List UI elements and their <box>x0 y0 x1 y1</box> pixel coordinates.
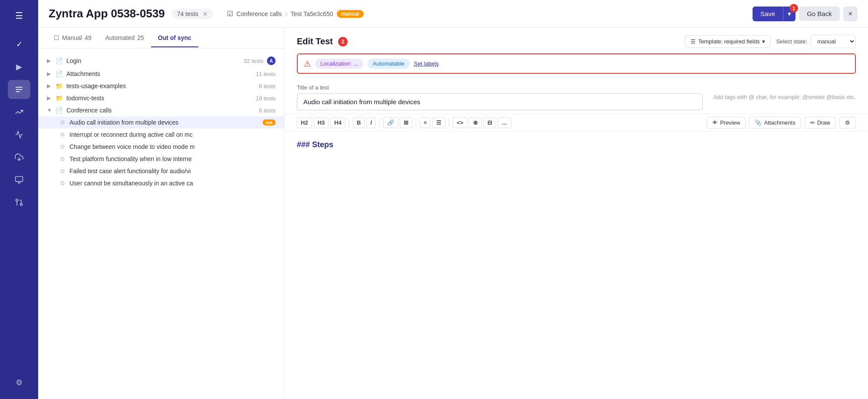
test-count-label: 74 tests <box>177 10 198 17</box>
tag-automatable[interactable]: Automatable <box>368 59 410 69</box>
attachments-label: Attachments <box>764 119 795 126</box>
child-circle-failed <box>61 169 64 173</box>
draw-icon: ✏ <box>810 119 815 126</box>
sidebar-nav: ✓ ▶ <box>8 35 30 373</box>
state-select[interactable]: manual automated <box>811 35 856 48</box>
toolbar-link[interactable]: 🔗 <box>383 117 398 128</box>
svg-point-8 <box>16 199 18 201</box>
top-header: Zyntra App 0538-0539 74 tests ✕ ☑ Confer… <box>38 0 868 28</box>
edit-notification-dot: 2 <box>338 37 348 46</box>
close-button[interactable]: × <box>843 7 858 21</box>
sidebar-item-list[interactable] <box>8 80 30 99</box>
tree-label-conference: Conference calls <box>66 107 256 114</box>
sidebar-item-import[interactable] <box>8 148 30 167</box>
tree-label-attachments: Attachments <box>66 70 253 77</box>
toolbar-add-step[interactable]: ⊕ <box>469 117 482 128</box>
close-badge-btn[interactable]: ✕ <box>203 10 208 17</box>
preview-button[interactable]: 👁 Preview <box>707 117 746 129</box>
tags-hint: Add tags with @ char, for example: @smok… <box>713 94 856 100</box>
tab-bar: ☐ Manual 49 Automated 25 Out of sync <box>38 28 284 49</box>
sidebar-item-trend[interactable] <box>8 102 30 122</box>
tags-error-box: ⚠ Localization: ... Automatable Set labe… <box>297 53 856 74</box>
list-item-user-cannot[interactable]: User cannot be simultaneously in an acti… <box>38 177 284 189</box>
toolbar-sep-1 <box>349 119 349 127</box>
sidebar: ☰ ✓ ▶ <box>0 0 38 399</box>
menu-icon[interactable]: ☰ <box>12 7 26 24</box>
toolbar-h4[interactable]: H4 <box>330 117 345 128</box>
toolbar-italic[interactable]: I <box>366 117 376 128</box>
tree-label-login: Login <box>66 57 241 64</box>
content-split: ☐ Manual 49 Automated 25 Out of sync ▶ 📄 <box>38 28 868 399</box>
title-field-wrapper: Title of a test <box>297 84 703 110</box>
sidebar-item-chart[interactable] <box>8 170 30 189</box>
tree-node-attachments[interactable]: ▶ 📄 Attachments 11 tests <box>38 68 284 80</box>
left-panel: ☐ Manual 49 Automated 25 Out of sync ▶ 📄 <box>38 28 285 399</box>
tab-manual[interactable]: ☐ Manual 49 <box>47 29 99 47</box>
tree-arrow-login: ▶ <box>47 58 52 64</box>
save-notification-dot: 1 <box>789 4 798 13</box>
toolbar-ordered-list[interactable]: ≡ <box>420 117 431 128</box>
list-item-interrupt[interactable]: Interrupt or reconnect during active cal… <box>38 129 284 141</box>
toolbar-bold[interactable]: B <box>353 117 365 128</box>
list-item-platform[interactable]: Test platform functionality when in low … <box>38 153 284 165</box>
tree-node-conference[interactable]: ▼ 📄 Conference calls 6 tests <box>38 104 284 116</box>
go-back-button[interactable]: Go Back <box>799 7 840 21</box>
list-item-failed[interactable]: Failed test case alert functionality for… <box>38 165 284 177</box>
child-circle-interrupt <box>61 133 64 136</box>
tab-automated-count: 25 <box>137 34 144 41</box>
toolbar-h2[interactable]: H2 <box>297 117 312 128</box>
svg-rect-4 <box>16 177 23 182</box>
tree-arrow-attachments: ▶ <box>47 71 52 77</box>
editor-steps-text: ### Steps <box>297 140 856 149</box>
right-panel: Edit Test 2 ☰ Template: required fields … <box>285 28 868 399</box>
editor-toolbar: H2 H3 H4 B I 🔗 ⊞ ≡ ☰ <> ⊕ ⊟ … 👁 <box>285 114 868 132</box>
manual-tag-audio: ma <box>263 119 276 125</box>
toolbar-remove-step[interactable]: ⊟ <box>483 117 496 128</box>
tree-label-audio: Audio call initiation from multiple devi… <box>69 119 260 126</box>
breadcrumb-suite[interactable]: Conference calls <box>237 10 282 17</box>
edit-panel-title: Edit Test <box>297 36 333 46</box>
title-input[interactable] <box>297 93 703 110</box>
set-labels-link[interactable]: Set labels <box>414 60 439 67</box>
sidebar-item-activity[interactable] <box>8 125 30 144</box>
toolbar-table[interactable]: ⊞ <box>400 117 412 128</box>
sidebar-item-settings[interactable]: ⚙ <box>8 373 30 392</box>
tree-count-login: 32 tests <box>243 58 263 64</box>
tree-label-tests-usage: tests-usage-examples <box>66 82 256 89</box>
toolbar-code[interactable]: <> <box>453 117 467 128</box>
child-circle-change <box>61 145 64 148</box>
tag-localization[interactable]: Localization: ... <box>315 59 363 69</box>
tree-node-login[interactable]: ▶ 📄 Login 32 tests A <box>38 54 284 68</box>
template-button[interactable]: ☰ Template: required fields ▾ <box>685 35 771 48</box>
list-item-change[interactable]: Change between voice mode to video mode … <box>38 141 284 153</box>
tree-label-todomvc: todomvc-tests <box>66 95 253 102</box>
tree-count-attachments: 11 tests <box>256 71 276 77</box>
tree-label-interrupt: Interrupt or reconnect during active cal… <box>69 131 276 138</box>
sidebar-item-play[interactable]: ▶ <box>8 57 30 76</box>
app-title: Zyntra App 0538-0539 <box>49 7 165 20</box>
attachments-icon: 📎 <box>755 119 762 126</box>
list-item-audio[interactable]: Audio call initiation from multiple devi… <box>38 116 284 129</box>
tree-node-tests-usage[interactable]: ▶ 📁 tests-usage-examples 6 tests <box>38 80 284 92</box>
draw-button[interactable]: ✏ Draw <box>805 117 836 129</box>
tab-out-of-sync[interactable]: Out of sync <box>151 29 198 47</box>
sidebar-item-git[interactable] <box>8 193 30 212</box>
tree-label-platform: Test platform functionality when in low … <box>69 155 276 162</box>
version-badge-a: A <box>267 56 276 65</box>
breadcrumb-bar: ☑ Conference calls › Test Ta5e3c650 manu… <box>227 10 753 18</box>
tab-manual-count: 49 <box>85 34 92 41</box>
toolbar-h3[interactable]: H3 <box>314 117 329 128</box>
state-label: Select state: <box>776 38 807 45</box>
attachments-button[interactable]: 📎 Attachments <box>749 117 801 129</box>
settings-icon: ⚙ <box>845 119 850 126</box>
sidebar-item-check[interactable]: ✓ <box>8 35 30 54</box>
edit-title-group: Edit Test 2 <box>297 36 348 46</box>
toolbar-unordered-list[interactable]: ☰ <box>432 117 445 128</box>
tab-manual-label: Manual <box>62 34 82 41</box>
tab-automated[interactable]: Automated 25 <box>99 29 151 47</box>
settings-button[interactable]: ⚙ <box>839 117 856 129</box>
tree-node-todomvc[interactable]: ▶ 📁 todomvc-tests 19 tests <box>38 92 284 104</box>
tab-out-of-sync-label: Out of sync <box>158 34 191 41</box>
tags-section: ⚠ Localization: ... Automatable Set labe… <box>285 53 868 84</box>
toolbar-more[interactable]: … <box>498 117 511 128</box>
